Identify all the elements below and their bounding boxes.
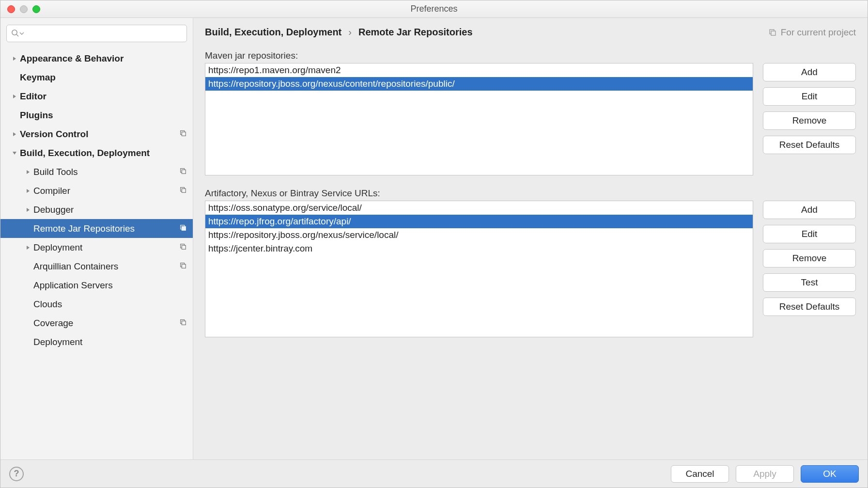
tree-item[interactable]: Deployment xyxy=(0,238,193,257)
list-item[interactable]: https://repo1.maven.org/maven2 xyxy=(205,63,753,77)
tree-item[interactable]: Application Servers xyxy=(0,276,193,295)
chevron-right-icon[interactable] xyxy=(23,207,33,212)
maven-repos-buttons: AddEditRemoveReset Defaults xyxy=(763,63,856,154)
minimize-window-button[interactable] xyxy=(20,5,28,13)
list-item[interactable]: https://oss.sonatype.org/service/local/ xyxy=(205,201,753,215)
tree-item-label: Editor xyxy=(20,91,187,102)
list-item[interactable]: https://repository.jboss.org/nexus/conte… xyxy=(205,77,753,91)
maven-repos-section: https://repo1.maven.org/maven2https://re… xyxy=(205,63,856,175)
service-urls-section: https://oss.sonatype.org/service/local/h… xyxy=(205,201,856,337)
tree-item[interactable]: Plugins xyxy=(0,106,193,125)
cancel-button[interactable]: Cancel xyxy=(671,465,729,483)
chevron-right-icon[interactable] xyxy=(9,132,20,137)
dialog-footer: ? Cancel Apply OK xyxy=(0,459,868,488)
chevron-right-icon[interactable] xyxy=(9,56,20,61)
project-scope-icon xyxy=(179,129,187,140)
list-item[interactable]: https://repository.jboss.org/nexus/servi… xyxy=(205,228,753,242)
help-button[interactable]: ? xyxy=(9,467,24,481)
svg-line-1 xyxy=(16,34,18,36)
svg-point-0 xyxy=(12,30,17,35)
chevron-right-icon[interactable] xyxy=(9,94,20,99)
svg-rect-5 xyxy=(182,170,186,173)
edit-button[interactable]: Edit xyxy=(763,225,856,243)
service-urls-buttons: AddEditRemoveTestReset Defaults xyxy=(763,201,856,316)
remove-button[interactable]: Remove xyxy=(763,249,856,268)
reset-defaults-button[interactable]: Reset Defaults xyxy=(763,298,856,316)
maven-repos-list[interactable]: https://repo1.maven.org/maven2https://re… xyxy=(205,63,753,175)
reset-defaults-button[interactable]: Reset Defaults xyxy=(763,136,856,154)
ok-button[interactable]: OK xyxy=(801,465,859,483)
edit-button[interactable]: Edit xyxy=(763,87,856,106)
svg-rect-7 xyxy=(182,189,186,192)
tree-item[interactable]: Remote Jar Repositories xyxy=(0,219,193,238)
tree-item[interactable]: Coverage xyxy=(0,314,193,332)
tree-item-label: Deployment xyxy=(33,337,187,347)
project-scope-icon xyxy=(179,242,187,253)
svg-rect-17 xyxy=(771,31,775,35)
project-scope-icon xyxy=(179,318,187,329)
tree-item[interactable]: Compiler xyxy=(0,181,193,200)
svg-rect-3 xyxy=(182,132,186,136)
tree-item[interactable]: Editor xyxy=(0,87,193,106)
search-icon xyxy=(11,29,20,38)
test-button[interactable]: Test xyxy=(763,273,856,292)
search-input[interactable] xyxy=(26,29,183,38)
chevron-right-icon[interactable] xyxy=(23,170,33,174)
breadcrumb: Build, Execution, Deployment › Remote Ja… xyxy=(205,27,856,38)
breadcrumb-item[interactable]: Build, Execution, Deployment xyxy=(205,27,341,38)
tree-item-label: Remote Jar Repositories xyxy=(33,223,176,234)
chevron-down-icon[interactable] xyxy=(9,151,20,156)
list-item[interactable]: https://repo.jfrog.org/artifactory/api/ xyxy=(205,215,753,228)
project-scope-icon xyxy=(179,261,187,272)
remove-button[interactable]: Remove xyxy=(763,111,856,130)
tree-item-label: Plugins xyxy=(20,110,187,121)
tree-item-label: Coverage xyxy=(33,318,176,329)
tree-item[interactable]: Arquillian Containers xyxy=(0,257,193,276)
scope-label: For current project xyxy=(781,27,856,38)
svg-rect-13 xyxy=(182,264,186,268)
tree-item-label: Appearance & Behavior xyxy=(20,53,187,64)
tree-item-label: Compiler xyxy=(33,186,176,196)
window-title: Preferences xyxy=(410,4,457,14)
copy-icon xyxy=(768,28,777,37)
tree-item[interactable]: Keymap xyxy=(0,68,193,87)
add-button[interactable]: Add xyxy=(763,63,856,81)
tree-item-label: Version Control xyxy=(20,129,176,140)
tree-item-label: Build Tools xyxy=(33,167,176,177)
tree-item[interactable]: Build, Execution, Deployment xyxy=(0,143,193,162)
chevron-right-icon[interactable] xyxy=(23,245,33,250)
zoom-window-button[interactable] xyxy=(32,5,40,13)
tree-item-label: Arquillian Containers xyxy=(33,261,176,272)
apply-button[interactable]: Apply xyxy=(736,465,794,483)
tree-item[interactable]: Debugger xyxy=(0,200,193,219)
list-item[interactable]: https://jcenter.bintray.com xyxy=(205,242,753,255)
search-field[interactable] xyxy=(6,25,187,42)
tree-item[interactable]: Appearance & Behavior xyxy=(0,49,193,68)
add-button[interactable]: Add xyxy=(763,201,856,219)
breadcrumb-item: Remote Jar Repositories xyxy=(358,27,473,38)
project-scope-icon xyxy=(179,167,187,177)
project-scope-icon xyxy=(179,186,187,196)
svg-rect-9 xyxy=(182,226,186,230)
titlebar: Preferences xyxy=(0,0,868,18)
tree-item-label: Debugger xyxy=(33,205,187,215)
service-urls-label: Artifactory, Nexus or Bintray Service UR… xyxy=(205,188,856,199)
maven-repos-label: Maven jar repositories: xyxy=(205,50,856,61)
tree-item[interactable]: Deployment xyxy=(0,332,193,351)
chevron-right-icon[interactable] xyxy=(23,189,33,193)
tree-item[interactable]: Clouds xyxy=(0,295,193,314)
settings-tree: Appearance & BehaviorKeymapEditorPlugins… xyxy=(0,47,193,459)
tree-item-label: Deployment xyxy=(33,242,176,253)
scope-indicator: For current project xyxy=(768,27,856,38)
tree-item-label: Application Servers xyxy=(33,280,187,291)
svg-rect-11 xyxy=(182,245,186,249)
tree-item-label: Keymap xyxy=(20,72,187,83)
svg-rect-15 xyxy=(182,321,186,325)
service-urls-list[interactable]: https://oss.sonatype.org/service/local/h… xyxy=(205,201,753,337)
sidebar: Appearance & BehaviorKeymapEditorPlugins… xyxy=(0,18,193,459)
tree-item-label: Clouds xyxy=(33,299,187,310)
tree-item[interactable]: Version Control xyxy=(0,125,193,143)
close-window-button[interactable] xyxy=(7,5,15,13)
tree-item[interactable]: Build Tools xyxy=(0,162,193,181)
main-panel: Build, Execution, Deployment › Remote Ja… xyxy=(193,18,868,459)
